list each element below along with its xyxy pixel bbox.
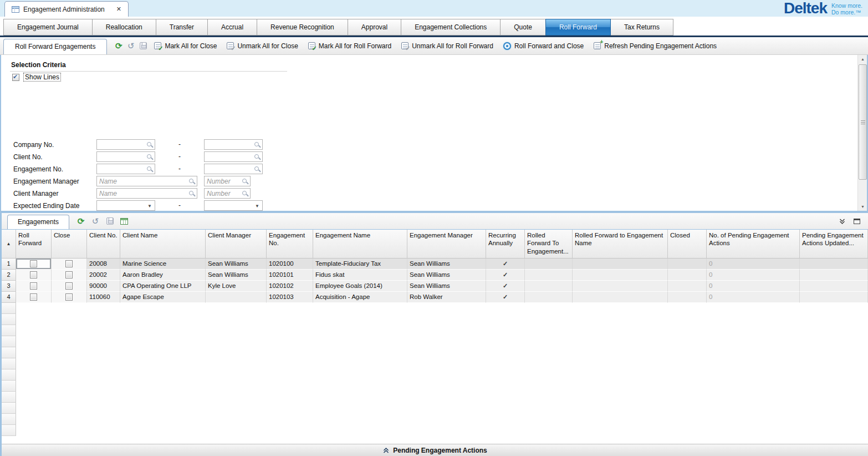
engagement-no-to-field[interactable] [204,164,263,174]
tab-roll-forward[interactable]: Roll Forward [545,19,611,36]
scroll-up-button[interactable]: ▲ [859,55,867,63]
column-header-client-manager[interactable]: Client Manager [206,230,267,258]
save-button[interactable] [104,215,116,227]
column-header-pending-actions[interactable]: No. of Pending Engagement Actions [707,230,800,258]
roll-forward-and-close-button[interactable]: Roll Forward and Close [498,39,589,53]
empty-row-header [2,403,16,414]
chevron-down-icon[interactable]: ▼ [147,204,152,209]
roll-forward-checkbox[interactable] [30,282,37,290]
undo-button[interactable]: ↺ [125,40,137,52]
tab-engagement-journal[interactable]: Engagement Journal [3,19,93,36]
cell-close[interactable] [52,270,87,281]
pending-engagement-actions-bar[interactable]: Pending Engagement Actions [2,444,868,456]
tab-engagement-collections[interactable]: Engagement Collections [401,19,501,36]
search-icon[interactable] [254,141,261,149]
cell-roll-forward[interactable] [16,281,52,292]
roll-forward-checkbox[interactable] [30,293,37,301]
expected-ending-date-from-dropdown[interactable]: ▼ [96,200,155,211]
client-manager-number-field[interactable] [204,188,251,199]
show-lines-checkbox[interactable] [12,74,19,81]
roll-forward-checkbox[interactable] [30,260,37,267]
mark-check-icon: ✓ [308,42,315,49]
column-header-rolled-forward-to-engagement[interactable]: Rolled Forward To Engagement... [525,230,573,258]
cell-client-name: CPA Operating One LLP [120,281,206,292]
search-icon[interactable] [146,154,154,161]
mark-all-for-close-button[interactable]: ✓ Mark All for Close [149,39,222,53]
column-header-close[interactable]: Close [52,230,87,258]
client-no-from-field[interactable] [96,151,155,162]
tab-approval[interactable]: Approval [348,19,401,36]
tab-roll-forward-engagements[interactable]: Roll Forward Engagements [3,39,107,54]
scrollbar-thumb[interactable] [859,64,867,180]
client-no-to-field[interactable] [204,151,263,162]
tab-tax-returns[interactable]: Tax Returns [610,19,673,36]
unmark-all-for-roll-forward-button[interactable]: ✓ Unmark All for Roll Forward [396,39,498,53]
close-tab-icon[interactable]: ✕ [116,6,121,13]
cell-roll-forward[interactable] [16,292,52,303]
search-icon[interactable] [146,141,154,149]
engagement-manager-name-field[interactable] [96,176,197,186]
maximize-icon[interactable] [854,219,860,224]
engagement-no-from-field[interactable] [96,164,155,174]
row-header-corner[interactable]: ▲ [2,230,16,258]
column-header-rolled-forward-to-engagement-name[interactable]: Rolled Forward to Engagement Name [573,230,668,258]
row-number[interactable]: 2 [2,270,16,281]
refresh-button[interactable]: ⟳ [75,215,87,227]
expected-ending-date-to-dropdown[interactable]: ▼ [204,200,263,211]
cell-close[interactable] [52,292,87,303]
column-header-roll-forward[interactable]: Roll Forward [16,230,52,258]
client-manager-name-input[interactable] [97,189,197,198]
refresh-pending-engagement-actions-button[interactable]: + Refresh Pending Engagement Actions [589,39,722,53]
cell-close[interactable] [52,281,87,292]
window-tab[interactable]: Engagement Administration ✕ [4,1,129,17]
column-header-engagement-manager[interactable]: Engagement Manager [407,230,486,258]
close-checkbox[interactable] [65,260,73,267]
chevron-down-icon[interactable]: ▼ [255,204,259,209]
tab-accrual[interactable]: Accrual [207,19,257,36]
engagement-manager-number-field[interactable] [204,176,251,186]
column-header-recurring-annually[interactable]: Recurring Annually [486,230,525,258]
search-icon[interactable] [242,178,249,185]
undo-button[interactable]: ↺ [89,215,101,227]
column-header-client-name[interactable]: Client Name [120,230,206,258]
roll-forward-checkbox[interactable] [30,271,37,278]
vertical-scrollbar[interactable]: ▲ ▼ [857,55,867,211]
cell-roll-forward[interactable] [16,270,52,281]
search-icon[interactable] [188,190,196,197]
search-icon[interactable] [242,190,249,197]
tab-quote[interactable]: Quote [500,19,546,36]
search-icon[interactable] [254,166,261,173]
panel-controls [839,218,860,225]
company-no-to-field[interactable] [204,139,263,150]
close-checkbox[interactable] [65,282,73,290]
unmark-all-for-close-button[interactable]: ✓ Unmark All for Close [222,39,303,53]
close-checkbox[interactable] [65,293,73,301]
tab-engagements[interactable]: Engagements [7,215,69,229]
mark-all-for-roll-forward-button[interactable]: ✓ Mark All for Roll Forward [303,39,396,53]
search-icon[interactable] [146,166,154,173]
cell-close[interactable] [52,259,87,270]
search-icon[interactable] [254,154,261,161]
column-header-pending-actions-updated[interactable]: Pending Engagement Actions Updated... [800,230,868,258]
row-number[interactable]: 4 [2,292,16,303]
cell-roll-forward[interactable] [16,259,52,270]
row-number[interactable]: 1 [2,259,16,270]
save-button[interactable] [137,40,149,52]
grid-layout-button[interactable] [118,215,130,227]
tab-revenue-recognition[interactable]: Revenue Recognition [257,19,348,36]
column-header-engagement-name[interactable]: Engagement Name [313,230,407,258]
column-header-client-no[interactable]: Client No. [87,230,120,258]
tab-reallocation[interactable]: Reallocation [92,19,156,36]
close-checkbox[interactable] [65,271,73,278]
scroll-down-button[interactable]: ▼ [859,202,867,211]
engagement-manager-name-input[interactable] [97,176,197,186]
column-header-closed[interactable]: Closed [668,230,707,258]
company-no-from-field[interactable] [96,139,155,150]
refresh-button[interactable]: ⟳ [113,40,125,52]
search-icon[interactable] [188,178,196,185]
column-header-engagement-no[interactable]: Engagement No. [267,230,313,258]
row-number[interactable]: 3 [2,281,16,292]
tab-transfer[interactable]: Transfer [156,19,208,36]
chevron-double-down-icon[interactable] [839,218,846,225]
client-manager-name-field[interactable] [96,188,197,199]
